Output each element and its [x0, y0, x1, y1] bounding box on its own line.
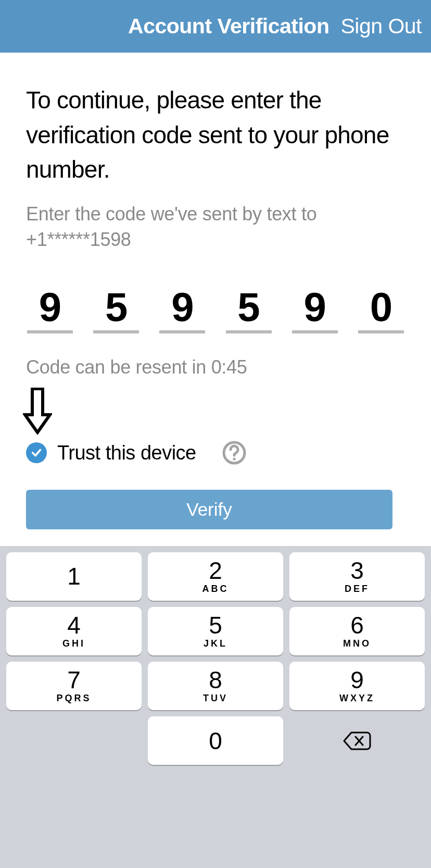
- code-digit-6[interactable]: 0: [358, 287, 404, 333]
- resend-timer-text: Code can be resent in 0:45: [26, 356, 405, 378]
- trust-device-label: Trust this device: [57, 442, 196, 464]
- backspace-icon: [343, 730, 371, 751]
- code-digit-3[interactable]: 9: [159, 287, 205, 333]
- keypad-key-5[interactable]: 5 JKL: [148, 607, 283, 655]
- svg-point-1: [233, 458, 235, 461]
- code-digit-4[interactable]: 5: [226, 287, 272, 333]
- help-icon[interactable]: [222, 441, 246, 465]
- arrow-down-icon: [23, 388, 405, 437]
- code-input-row: 9 5 9 5 9 0: [26, 287, 405, 333]
- keypad-key-8[interactable]: 8 TUV: [148, 662, 283, 710]
- verify-button-label: Verify: [186, 499, 232, 520]
- keypad-key-2[interactable]: 2 ABC: [148, 552, 283, 601]
- sign-out-link[interactable]: Sign Out: [340, 14, 422, 39]
- keypad-key-9[interactable]: 9 WXYZ: [289, 662, 425, 710]
- code-digit-1[interactable]: 9: [27, 287, 73, 333]
- trust-device-row: Trust this device: [26, 441, 405, 465]
- keypad-key-4[interactable]: 4 GHI: [6, 607, 142, 655]
- code-digit-2[interactable]: 5: [93, 287, 139, 333]
- keypad-backspace[interactable]: [289, 716, 425, 765]
- page-title: Account Verification: [128, 14, 329, 39]
- trust-device-checkbox[interactable]: [26, 442, 47, 463]
- main-content: To continue, please enter the verificati…: [0, 53, 431, 529]
- code-digit-5[interactable]: 9: [292, 287, 338, 333]
- checkmark-icon: [31, 447, 42, 458]
- header-bar: Account Verification Sign Out: [0, 0, 431, 53]
- numeric-keypad: 1 2 ABC 3 DEF 4 GHI 5 JKL 6 MNO 7 PQRS 8: [0, 546, 431, 868]
- instruction-text: To continue, please enter the verificati…: [26, 83, 405, 187]
- sent-to-text: Enter the code we've sent by text to +1*…: [26, 202, 405, 252]
- verify-button[interactable]: Verify: [26, 490, 392, 529]
- keypad-key-6[interactable]: 6 MNO: [289, 607, 425, 655]
- keypad-key-1[interactable]: 1: [6, 552, 142, 601]
- keypad-grid: 1 2 ABC 3 DEF 4 GHI 5 JKL 6 MNO 7 PQRS 8: [6, 552, 425, 710]
- keypad-blank: [6, 716, 142, 765]
- keypad-key-0[interactable]: 0: [148, 716, 283, 765]
- keypad-key-3[interactable]: 3 DEF: [289, 552, 425, 601]
- keypad-key-7[interactable]: 7 PQRS: [6, 662, 142, 710]
